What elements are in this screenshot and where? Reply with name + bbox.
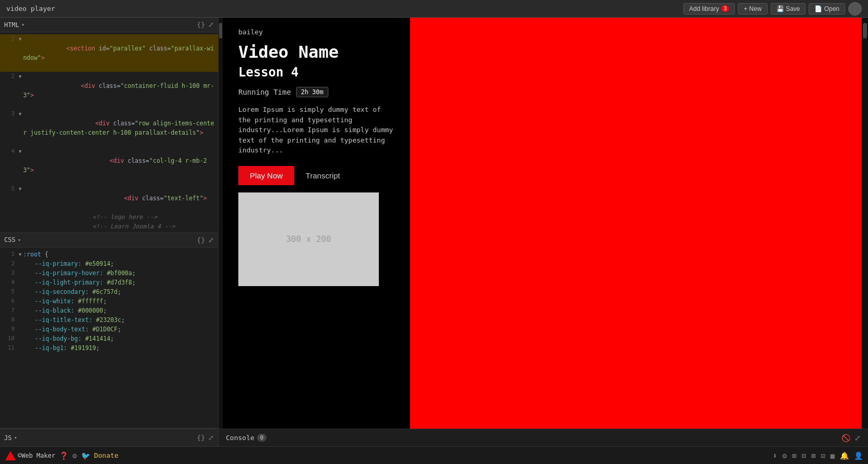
css-dropdown-icon[interactable]: ▾ bbox=[18, 237, 21, 243]
bottom-bar: ©Web Maker ❓ ⚙ 🐦 Donate ⬇ ⚙ ⊞ ⊟ ⊠ ⊡ ▦ 🔔 … bbox=[0, 446, 868, 464]
css-panel-header: CSS ▾ {} ⤢ bbox=[0, 233, 218, 248]
code-line: 9 --iq-body-text: #D1D0CF; bbox=[0, 325, 218, 334]
code-line: 4 ▼ <div class="col-lg-4 r-mb-23"> bbox=[0, 147, 218, 184]
html-expand-icon[interactable]: ⤢ bbox=[208, 21, 214, 29]
css-format-icon[interactable]: {} bbox=[197, 236, 205, 244]
js-panel-label: JS ▾ bbox=[4, 434, 17, 442]
scroll-thumb[interactable] bbox=[863, 23, 867, 38]
download-icon[interactable]: ⬇ bbox=[773, 452, 777, 460]
js-panel: JS ▾ {} ⤢ bbox=[0, 429, 218, 446]
console-count: 0 bbox=[257, 434, 267, 442]
video-title: Video Name bbox=[238, 42, 394, 62]
console-expand-icon[interactable]: ⤢ bbox=[854, 434, 861, 442]
bell-icon[interactable]: 🔔 bbox=[840, 452, 849, 460]
code-line: 1 ▼ <section id="parallex" class="parall… bbox=[0, 34, 218, 72]
code-line: 2 --iq-primary: #e50914; bbox=[0, 259, 218, 268]
html-format-icon[interactable]: {} bbox=[197, 21, 205, 29]
css-panel-label: CSS ▾ bbox=[4, 236, 21, 243]
code-line: 3 --iq-primary-hover: #bf000a; bbox=[0, 268, 218, 278]
twitter-icon[interactable]: 🐦 bbox=[81, 452, 90, 460]
preview-content-area: bailey Video Name Lesson 4 Running Time … bbox=[223, 18, 410, 446]
code-line: 2 ▼ <div class="container-fluid h-100 mr… bbox=[0, 72, 218, 109]
code-line: 1 ▼ :root { bbox=[0, 250, 218, 259]
library-count-badge: 3 bbox=[721, 5, 730, 12]
tab-row: Play Now Transcript bbox=[238, 166, 394, 185]
code-line: <!-- logo here --> bbox=[0, 212, 218, 222]
console-tab[interactable]: Console 0 bbox=[226, 434, 266, 442]
html-panel-icons: {} ⤢ bbox=[197, 21, 214, 29]
left-panel: HTML ▾ {} ⤢ 1 ▼ <section id="parallex" c… bbox=[0, 18, 219, 446]
layout-4-icon[interactable]: ⊡ bbox=[821, 452, 825, 460]
layout-3-icon[interactable]: ⊠ bbox=[811, 452, 815, 460]
code-line: 5 --iq-secondary: #6c757d; bbox=[0, 287, 218, 297]
settings-icon[interactable]: ⚙ bbox=[72, 452, 76, 460]
code-line: 11 --iq-bg1: #191919; bbox=[0, 343, 218, 353]
js-dropdown-icon[interactable]: ▾ bbox=[14, 434, 17, 441]
css-code-panel: CSS ▾ {} ⤢ 1 ▼ :root { 2 --iq-primar bbox=[0, 233, 218, 429]
code-line: 8 --iq-title-text: #23203c; bbox=[0, 315, 218, 325]
app-title: video player bbox=[6, 5, 683, 12]
open-button[interactable]: 📄 Open bbox=[809, 3, 845, 15]
running-time-label: Running Time bbox=[238, 88, 291, 96]
transcript-button[interactable]: Transcript bbox=[294, 166, 351, 185]
top-bar-actions: Add library 3 + New 💾 Save 📄 Open bbox=[683, 2, 862, 16]
layout-2-icon[interactable]: ⊟ bbox=[801, 452, 806, 460]
css-expand-icon[interactable]: ⤢ bbox=[208, 236, 214, 244]
html-code-panel: HTML ▾ {} ⤢ 1 ▼ <section id="parallex" c… bbox=[0, 18, 218, 233]
console-clear-icon[interactable]: 🚫 bbox=[841, 434, 850, 442]
code-line: 3 ▼ <div class="row align-items-center j… bbox=[0, 109, 218, 147]
css-code-body: 1 ▼ :root { 2 --iq-primary: #e50914; 3 -… bbox=[0, 248, 218, 428]
html-panel-label: HTML ▾ bbox=[4, 21, 25, 29]
console-label: Console bbox=[226, 434, 254, 442]
code-line: 7 --iq-black: #000000; bbox=[0, 306, 218, 315]
code-line: <!-- Learn Joomla 4 --> bbox=[0, 222, 218, 231]
layout-1-icon[interactable]: ⊞ bbox=[792, 452, 796, 460]
code-line: 10 --iq-body-bg: #141414; bbox=[0, 334, 218, 343]
lesson-label: Lesson 4 bbox=[238, 65, 394, 80]
top-bar: video player Add library 3 + New 💾 Save … bbox=[0, 0, 868, 18]
webmaker-icon bbox=[5, 451, 16, 460]
running-time-row: Running Time 2h 30m bbox=[238, 87, 394, 97]
add-library-button[interactable]: Add library 3 bbox=[683, 3, 735, 15]
share-icon[interactable]: ⚙ bbox=[782, 452, 786, 460]
preview-panel: bailey Video Name Lesson 4 Running Time … bbox=[219, 18, 868, 446]
new-button[interactable]: + New bbox=[738, 3, 767, 15]
webmaker-logo: ©Web Maker bbox=[5, 451, 55, 460]
save-button[interactable]: 💾 Save bbox=[771, 3, 806, 15]
left-scrollbar[interactable] bbox=[219, 18, 223, 446]
bottom-right: ⬇ ⚙ ⊞ ⊟ ⊠ ⊡ ▦ 🔔 👤 bbox=[773, 452, 863, 460]
donate-link[interactable]: Donate bbox=[94, 452, 119, 459]
thumbnail-dimensions: 300 x 200 bbox=[286, 234, 331, 244]
html-dropdown-icon[interactable]: ▾ bbox=[21, 21, 25, 28]
html-panel-header: HTML ▾ {} ⤢ bbox=[0, 18, 218, 32]
code-line: 8 <img bbox=[0, 231, 218, 233]
console-bar: Console 0 🚫 ⤢ bbox=[219, 429, 868, 446]
code-line: 4 --iq-light-primary: #d7d3f8; bbox=[0, 278, 218, 287]
preview-logo: bailey bbox=[238, 28, 394, 36]
play-now-button[interactable]: Play Now bbox=[238, 166, 294, 185]
webmaker-text: ©Web Maker bbox=[18, 452, 55, 459]
html-code-body: 1 ▼ <section id="parallex" class="parall… bbox=[0, 32, 218, 233]
js-expand-icon[interactable]: ⤢ bbox=[208, 434, 214, 442]
code-line: 5 ▼ <div class="text-left"> bbox=[0, 184, 218, 212]
preview-red-panel bbox=[410, 18, 862, 446]
css-panel-icons: {} ⤢ bbox=[197, 236, 214, 244]
code-line: 6 --iq-white: #ffffff; bbox=[0, 297, 218, 306]
console-actions: 🚫 ⤢ bbox=[841, 434, 861, 442]
video-description: Lorem Ipsum is simply dummy text of the … bbox=[238, 105, 394, 156]
right-scrollbar[interactable] bbox=[862, 18, 868, 446]
bottom-left: ©Web Maker ❓ ⚙ 🐦 Donate bbox=[5, 451, 773, 460]
running-time-value: 2h 30m bbox=[296, 87, 328, 97]
layout-5-icon[interactable]: ▦ bbox=[831, 452, 835, 460]
add-library-label: Add library bbox=[689, 5, 719, 12]
help-icon[interactable]: ❓ bbox=[59, 452, 68, 460]
video-thumbnail: 300 x 200 bbox=[238, 192, 379, 286]
js-format-icon[interactable]: {} bbox=[197, 434, 205, 442]
user-icon[interactable]: 👤 bbox=[854, 452, 863, 460]
user-avatar[interactable] bbox=[848, 2, 862, 16]
js-panel-icons: {} ⤢ bbox=[197, 434, 214, 442]
main-layout: HTML ▾ {} ⤢ 1 ▼ <section id="parallex" c… bbox=[0, 18, 868, 446]
